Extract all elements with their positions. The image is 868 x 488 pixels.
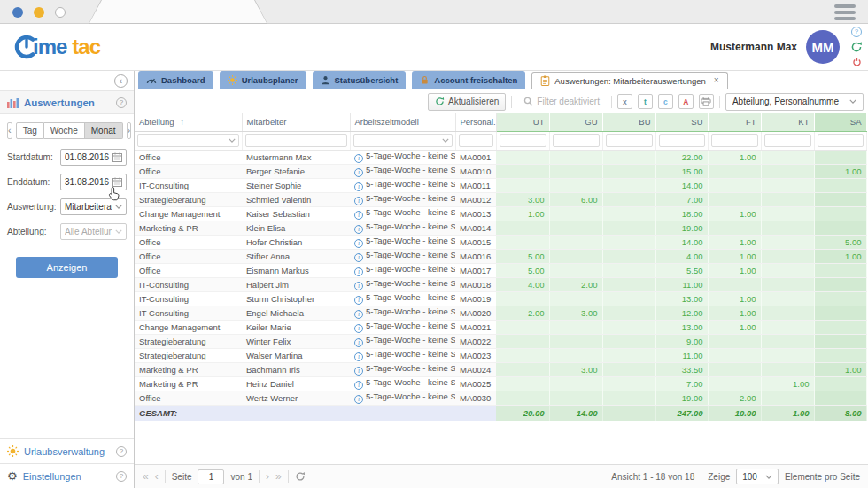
vacation-help-icon[interactable]: ? <box>116 446 127 457</box>
column-header-mitarbeiter[interactable]: Mitarbeiter <box>242 113 350 131</box>
help-icon[interactable]: ? <box>851 27 862 37</box>
tab-close-icon[interactable]: × <box>714 76 719 85</box>
filter-status-button[interactable]: Filter deaktiviert <box>517 93 606 111</box>
table-row[interactable]: Marketing & PR Heinz Daniel i5-Tage-Woch… <box>135 376 866 391</box>
table-row[interactable]: Marketing & PR Bachmann Iris i5-Tage-Woc… <box>135 362 866 376</box>
info-icon[interactable]: i <box>354 225 363 234</box>
aktualisieren-button[interactable]: Aktualisieren <box>428 93 506 111</box>
table-row[interactable]: Marketing & PR Klein Elisa i5-Tage-Woche… <box>135 221 866 235</box>
filter-input[interactable] <box>553 134 600 147</box>
start-date-field[interactable]: 01.08.2016 <box>60 149 127 166</box>
info-icon[interactable]: i <box>354 367 363 376</box>
period-prev-button[interactable]: ‹ <box>7 122 12 139</box>
power-icon[interactable] <box>851 57 863 68</box>
info-icon[interactable]: i <box>354 395 363 404</box>
info-icon[interactable]: i <box>354 324 363 333</box>
column-header-gu[interactable]: GU <box>549 113 602 131</box>
table-row[interactable]: Office Berger Stefanie i5-Tage-Woche - k… <box>135 164 866 178</box>
table-row[interactable]: IT-Consulting Sturm Christopher i5-Tage-… <box>135 291 866 306</box>
column-header-personal-[interactable]: Personal... <box>455 113 496 131</box>
filter-input[interactable] <box>245 134 347 147</box>
tab-dashboard[interactable]: Dashboard <box>138 71 213 89</box>
table-row[interactable]: Office Wertz Werner i5-Tage-Woche - kein… <box>135 391 866 405</box>
info-icon[interactable]: i <box>354 197 363 205</box>
table-row[interactable]: Change Management Keiler Marie i5-Tage-W… <box>135 320 866 334</box>
export-xls-button[interactable]: x <box>617 94 632 109</box>
export-txt-button[interactable]: t <box>638 94 653 109</box>
tab-auswertungen-active[interactable]: Auswertungen: Mitarbeiterauswertungen × <box>531 72 727 89</box>
info-icon[interactable]: i <box>354 168 363 177</box>
table-row[interactable]: Office Eismann Markus i5-Tage-Woche - ke… <box>135 263 866 277</box>
table-row[interactable]: Strategieberatung Schmied Valentin i5-Ta… <box>135 192 866 206</box>
info-icon[interactable]: i <box>354 296 363 305</box>
avatar[interactable]: MM <box>806 30 840 64</box>
refresh-icon[interactable] <box>850 41 863 53</box>
info-icon[interactable]: i <box>354 182 363 191</box>
hamburger-menu-icon[interactable] <box>834 4 856 20</box>
calendar-icon[interactable] <box>112 152 122 162</box>
column-header-arbeitszeitmodell[interactable]: Arbeitszeitmodell <box>350 113 455 131</box>
column-header-kt[interactable]: KT <box>761 113 814 131</box>
info-icon[interactable]: i <box>354 154 363 163</box>
info-icon[interactable]: i <box>354 211 363 220</box>
table-row[interactable]: Strategieberatung Walser Martina i5-Tage… <box>135 348 866 362</box>
info-icon[interactable]: i <box>354 352 363 361</box>
period-next-button[interactable]: › <box>127 122 132 139</box>
filter-select[interactable] <box>137 134 239 147</box>
anzeigen-button[interactable]: Anzeigen <box>16 257 118 278</box>
print-button[interactable] <box>699 94 714 109</box>
page-size-select[interactable]: 100 <box>736 469 779 484</box>
column-header-ut[interactable]: UT <box>496 113 549 131</box>
column-header-bu[interactable]: BU <box>602 113 655 131</box>
sidebar-collapse-button[interactable]: ‹ <box>114 74 128 88</box>
export-csv-button[interactable]: c <box>658 94 673 109</box>
info-icon[interactable]: i <box>354 310 363 319</box>
column-header-ft[interactable]: FT <box>708 113 761 131</box>
end-date-field[interactable]: 31.08.2016 <box>60 174 127 190</box>
info-icon[interactable]: i <box>354 282 363 290</box>
filter-input[interactable] <box>500 134 546 147</box>
table-row[interactable]: Strategieberatung Winter Felix i5-Tage-W… <box>135 334 866 348</box>
filter-input[interactable] <box>659 134 705 147</box>
period-week-button[interactable]: Woche <box>44 122 85 139</box>
info-icon[interactable]: i <box>354 253 363 262</box>
calendar-icon[interactable] <box>112 177 122 187</box>
tab-statusuebersicht[interactable]: Statusübersicht <box>313 71 407 89</box>
settings-help-icon[interactable]: ? <box>116 471 127 482</box>
sidebar-item-urlaubsverwaltung[interactable]: Urlaubsverwaltung ? <box>0 438 134 463</box>
table-row[interactable]: Office Stifter Anna i5-Tage-Woche - kein… <box>135 249 866 263</box>
next-page-icon[interactable]: › <box>266 471 269 482</box>
tab-account-freischalten[interactable]: Account freischalten <box>412 71 525 89</box>
filter-select[interactable] <box>353 134 453 147</box>
info-icon[interactable]: i <box>354 381 363 390</box>
page-number-input[interactable]: 1 <box>198 469 224 484</box>
evaluation-select[interactable]: Mitarbeiteraus <box>60 198 127 215</box>
table-row[interactable]: IT-Consulting Halpert Jim i5-Tage-Woche … <box>135 277 866 291</box>
info-icon[interactable]: i <box>354 239 363 248</box>
sidebar-item-einstellungen[interactable]: ⚙ Einstellungen ? <box>0 463 134 488</box>
filter-input[interactable] <box>459 134 493 147</box>
window-control-yellow[interactable] <box>34 7 44 18</box>
export-pdf-button[interactable]: A <box>678 94 694 109</box>
period-month-button[interactable]: Monat <box>85 122 123 139</box>
table-row[interactable]: IT-Consulting Steiner Sophie i5-Tage-Woc… <box>135 178 866 192</box>
grouping-select[interactable]: Abteilung, Personalnumme <box>725 93 864 111</box>
department-select[interactable]: Alle Abteilunge <box>60 223 127 240</box>
filter-input[interactable] <box>818 134 864 147</box>
info-icon[interactable]: i <box>354 338 363 347</box>
table-row[interactable]: IT-Consulting Engel Michaela i5-Tage-Woc… <box>135 306 866 320</box>
period-day-button[interactable]: Tag <box>16 122 44 139</box>
tab-urlaubsplaner[interactable]: Urlaubsplaner <box>220 71 306 89</box>
table-row[interactable]: Office Mustermann Max i5-Tage-Woche - ke… <box>135 150 866 164</box>
table-row[interactable]: Office Hofer Christian i5-Tage-Woche - k… <box>135 235 866 249</box>
panel-help-icon[interactable]: ? <box>116 97 127 108</box>
table-row[interactable]: Change Management Kaiser Sebastian i5-Ta… <box>135 206 866 221</box>
filter-input[interactable] <box>606 134 653 147</box>
column-header-abteilung[interactable]: Abteilung ↑ <box>135 113 242 131</box>
prev-page-icon[interactable]: ‹ <box>155 471 159 482</box>
column-header-su[interactable]: SU <box>655 113 708 131</box>
window-control-blue[interactable] <box>12 7 23 18</box>
column-header-sa[interactable]: SA <box>814 113 866 131</box>
filter-input[interactable] <box>764 134 811 147</box>
first-page-icon[interactable]: « <box>143 471 149 482</box>
